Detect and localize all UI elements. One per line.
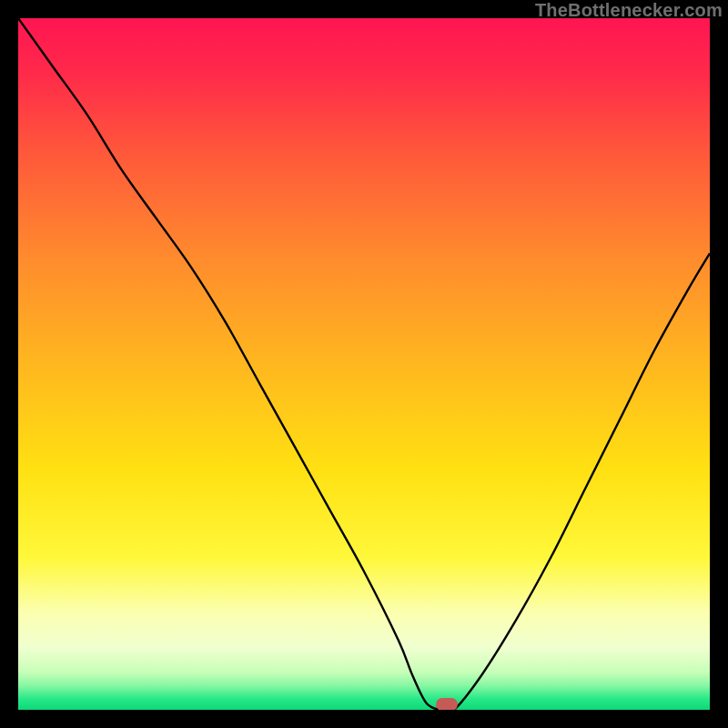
svg-rect-0 (18, 18, 710, 710)
plot-area (18, 18, 710, 710)
heat-gradient (18, 18, 710, 710)
chart-frame: TheBottlenecker.com (0, 0, 728, 728)
optimal-point-marker (436, 698, 458, 710)
